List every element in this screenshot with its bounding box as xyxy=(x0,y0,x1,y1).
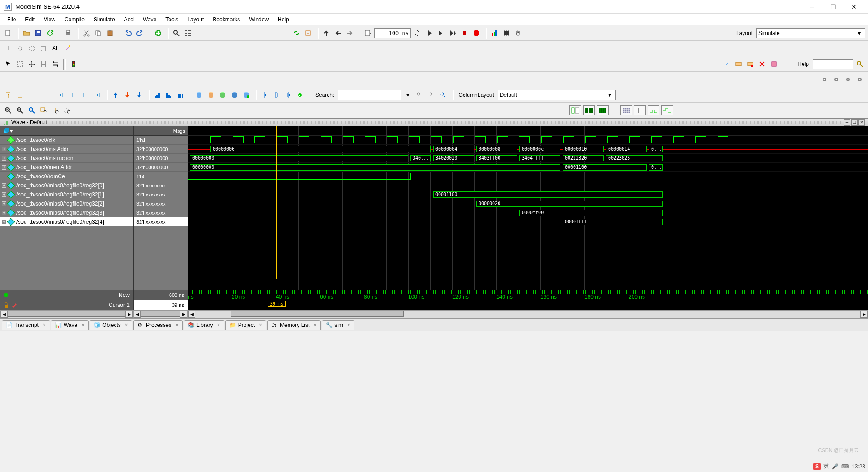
tab-close-button[interactable]: × xyxy=(125,322,128,328)
tab-close-button[interactable]: × xyxy=(217,322,220,328)
menu-edit[interactable]: Edit xyxy=(20,15,39,24)
grid-mode1-button[interactable] xyxy=(620,105,632,115)
expand-button[interactable]: + xyxy=(2,211,6,215)
break-button[interactable] xyxy=(459,28,470,39)
minimize-button[interactable]: ─ xyxy=(802,0,823,14)
run-time-input[interactable] xyxy=(374,28,411,38)
tray-keyboard-icon[interactable]: ⌨ xyxy=(841,463,849,470)
db5-button[interactable] xyxy=(241,90,252,100)
run-button[interactable] xyxy=(363,28,374,39)
wave-close-button[interactable]: ✕ xyxy=(858,119,865,126)
align-button[interactable] xyxy=(38,59,49,70)
msgs-scrollbar[interactable]: ◀ ▶ xyxy=(133,310,188,318)
edge-prev-button[interactable] xyxy=(259,90,270,100)
tab-sim[interactable]: 🔧sim× xyxy=(322,320,354,330)
scroll-left-button[interactable]: ◀ xyxy=(134,311,141,318)
wave-scrollbar[interactable]: ◀ ▶ xyxy=(188,310,868,318)
signal-row[interactable]: +/soc_tb/soc0/mips0/regfile0/reg32[1] xyxy=(0,190,133,199)
first-transition-button[interactable] xyxy=(80,90,91,100)
group2-button[interactable] xyxy=(164,90,175,100)
tab-close-button[interactable]: × xyxy=(175,322,179,328)
column-layout-select[interactable]: Default▼ xyxy=(498,90,616,100)
expand-button[interactable]: + xyxy=(2,192,6,197)
edge-change-button[interactable] xyxy=(294,90,305,100)
last-transition-button[interactable] xyxy=(92,90,103,100)
view-mode3-button[interactable] xyxy=(597,105,609,115)
expand-button[interactable]: + xyxy=(2,156,6,161)
expand-button[interactable]: + xyxy=(2,165,6,170)
zoom-region-button[interactable] xyxy=(38,105,49,116)
cursor-tag[interactable]: 39 ns xyxy=(268,301,286,307)
run-all-button[interactable] xyxy=(424,28,434,39)
cfg1-button[interactable] xyxy=(721,59,732,70)
scroll-left-button[interactable]: ◀ xyxy=(0,311,8,318)
gear4-button[interactable] xyxy=(854,74,865,85)
signal-row[interactable]: /soc_tb/soc0/romCe xyxy=(0,172,133,181)
prev-edge-button[interactable] xyxy=(33,90,44,100)
mode2-button[interactable] xyxy=(15,43,25,54)
ime-icon[interactable]: S xyxy=(813,463,821,470)
search-opts-button[interactable] xyxy=(438,90,449,100)
paste-button[interactable] xyxy=(105,28,115,39)
list-button[interactable] xyxy=(183,28,194,39)
maximize-button[interactable]: ☐ xyxy=(823,0,843,14)
gear3-button[interactable] xyxy=(843,74,853,85)
wave-up-button[interactable] xyxy=(110,90,121,100)
continue-button[interactable] xyxy=(435,28,446,39)
undo-button[interactable] xyxy=(123,28,134,39)
step-button[interactable] xyxy=(303,28,314,39)
scroll-right-button[interactable]: ▶ xyxy=(860,311,868,318)
search-prev-button[interactable] xyxy=(414,90,425,100)
signal-row[interactable]: +/soc_tb/soc0/mips0/regfile0/reg32[3] xyxy=(0,208,133,217)
expand-button[interactable]: + xyxy=(2,220,6,224)
group3-button[interactable] xyxy=(175,90,186,100)
pointer-button[interactable] xyxy=(3,59,14,70)
help-go-button[interactable] xyxy=(854,59,865,70)
menu-layout[interactable]: Layout xyxy=(183,15,208,24)
search-dropdown[interactable]: ▼ xyxy=(402,90,413,100)
next-transition-button[interactable] xyxy=(68,90,79,100)
tab-close-button[interactable]: × xyxy=(81,322,85,328)
cfg4-button[interactable] xyxy=(757,59,768,70)
cursor-up-button[interactable] xyxy=(3,90,14,100)
close-button[interactable]: ✕ xyxy=(843,0,864,14)
tab-close-button[interactable]: × xyxy=(314,322,317,328)
signal-row[interactable]: /soc_tb/soc0/clk xyxy=(0,136,133,145)
tab-processes[interactable]: ⚙Processes× xyxy=(133,320,183,330)
cursor-value[interactable]: 39 ns xyxy=(133,300,188,310)
tray-mic-icon[interactable]: 🎤 xyxy=(832,463,838,470)
memory-button[interactable] xyxy=(501,28,512,39)
tab-library[interactable]: 📚Library× xyxy=(184,320,224,330)
grid-mode3-button[interactable] xyxy=(648,105,659,115)
select-area-button[interactable] xyxy=(15,59,25,70)
waveform-area[interactable]: 0000000000000004000000080000000c00000010… xyxy=(188,126,868,290)
up-arrow-button[interactable] xyxy=(321,28,332,39)
search-next-button[interactable] xyxy=(426,90,437,100)
help-input[interactable] xyxy=(813,59,853,69)
tab-transcript[interactable]: 📄Transcript× xyxy=(2,320,50,330)
layout-select[interactable]: Simulate▼ xyxy=(756,28,865,38)
run-step-button[interactable] xyxy=(447,28,458,39)
right-arrow-button[interactable] xyxy=(344,28,355,39)
save-button[interactable] xyxy=(33,28,44,39)
cfg2-button[interactable] xyxy=(733,59,744,70)
traffic-button[interactable] xyxy=(68,59,79,70)
add-button[interactable] xyxy=(153,28,164,39)
distribute-button[interactable] xyxy=(50,59,61,70)
find-button[interactable] xyxy=(171,28,182,39)
menu-tools[interactable]: Tools xyxy=(161,15,183,24)
cut-button[interactable] xyxy=(81,28,92,39)
db3-button[interactable] xyxy=(217,90,228,100)
wave-max-button[interactable]: ☐ xyxy=(851,119,858,126)
tab-memory-list[interactable]: 🗂Memory List× xyxy=(267,320,321,330)
left-arrow-button[interactable] xyxy=(333,28,344,39)
cfg5-button[interactable] xyxy=(768,59,779,70)
tab-objects[interactable]: 🧊Objects× xyxy=(90,320,132,330)
signal-row[interactable]: +/soc_tb/soc0/mips0/regfile0/reg32[0] xyxy=(0,181,133,190)
edge-both-button[interactable] xyxy=(271,90,282,100)
move-button[interactable] xyxy=(26,59,37,70)
gear1-button[interactable] xyxy=(819,74,830,85)
signal-row[interactable]: +/soc_tb/soc0/memAddr xyxy=(0,163,133,172)
tab-wave[interactable]: 📊Wave× xyxy=(51,320,89,330)
next-edge-button[interactable] xyxy=(45,90,55,100)
